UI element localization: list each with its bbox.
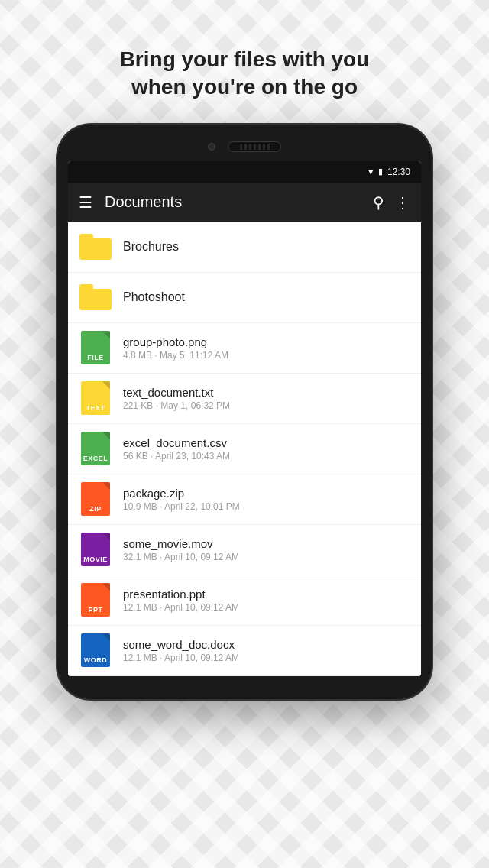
folder-icon	[79, 234, 112, 260]
file-info: some_word_doc.docx 12.1 MB · April 10, 0…	[123, 638, 410, 663]
file-icon-wrapper: ZIP	[79, 482, 112, 516]
file-info: text_document.txt 221 KB · May 1, 06:32 …	[123, 386, 410, 411]
file-icon-wrapper: Text	[79, 381, 112, 415]
file-type-label: Word	[84, 657, 108, 664]
file-type-label: File	[87, 355, 104, 361]
file-name: text_document.txt	[123, 386, 410, 399]
status-time: 12:30	[387, 167, 410, 177]
file-meta: 12.1 MB · April 10, 09:12 AM	[123, 653, 410, 663]
app-title: Documents	[105, 193, 361, 211]
folder-item[interactable]: Brochures	[68, 222, 421, 273]
file-info: group-photo.png 4.8 MB · May 5, 11:12 AM	[123, 335, 410, 361]
file-info: excel_document.csv 56 KB · April 23, 10:…	[123, 436, 410, 462]
file-type-icon: Excel	[81, 432, 110, 465]
file-list: Brochures Photoshoot File group-photo.pn…	[68, 222, 421, 676]
folder-icon-wrapper	[79, 230, 112, 264]
file-item[interactable]: PPT presentation.ppt 12.1 MB · April 10,…	[68, 575, 421, 626]
file-icon-wrapper: Movie	[79, 533, 112, 566]
folder-name: Photoshoot	[123, 290, 410, 304]
file-name: excel_document.csv	[123, 436, 410, 449]
phone-mockup: ▾ ▮ 12:30 ☰ Documents ⚲ ⋮ Br	[57, 125, 432, 699]
file-meta: 56 KB · April 23, 10:43 AM	[123, 451, 410, 462]
file-type-label: Excel	[83, 455, 108, 462]
file-name: some_movie.mov	[123, 537, 410, 550]
file-type-icon: Text	[81, 381, 110, 415]
wifi-icon: ▾	[368, 166, 374, 177]
folder-info: Photoshoot	[123, 290, 410, 304]
file-item[interactable]: Movie some_movie.mov 32.1 MB · April 10,…	[68, 525, 421, 575]
file-type-icon: ZIP	[81, 482, 110, 516]
camera-dot	[208, 143, 215, 151]
file-name: group-photo.png	[123, 335, 410, 348]
file-icon-wrapper: Word	[79, 633, 112, 667]
search-icon[interactable]: ⚲	[373, 193, 384, 212]
file-info: some_movie.mov 32.1 MB · April 10, 09:12…	[123, 537, 410, 562]
folder-info: Brochures	[123, 240, 410, 254]
folder-icon	[79, 284, 112, 310]
app-bar: ☰ Documents ⚲ ⋮	[68, 183, 421, 222]
file-type-icon: File	[81, 331, 110, 364]
page-headline: Bring your files with you when you're on…	[74, 46, 416, 102]
file-type-icon: Word	[81, 633, 110, 667]
file-info: package.zip 10.9 MB · April 22, 10:01 PM	[123, 487, 410, 512]
file-icon-wrapper: Excel	[79, 432, 112, 465]
file-type-label: Movie	[83, 556, 108, 563]
file-item[interactable]: Excel excel_document.csv 56 KB · April 2…	[68, 424, 421, 474]
folder-item[interactable]: Photoshoot	[68, 273, 421, 323]
file-type-icon: Movie	[81, 533, 110, 566]
folder-icon-wrapper	[79, 280, 112, 314]
file-info: presentation.ppt 12.1 MB · April 10, 09:…	[123, 588, 410, 613]
file-item[interactable]: Text text_document.txt 221 KB · May 1, 0…	[68, 374, 421, 424]
file-name: some_word_doc.docx	[123, 638, 410, 651]
more-options-icon[interactable]: ⋮	[395, 193, 410, 212]
speaker-grille	[228, 141, 281, 152]
file-item[interactable]: File group-photo.png 4.8 MB · May 5, 11:…	[68, 323, 421, 374]
folder-name: Brochures	[123, 240, 410, 254]
file-name: presentation.ppt	[123, 588, 410, 601]
status-bar: ▾ ▮ 12:30	[68, 161, 421, 183]
hamburger-icon[interactable]: ☰	[79, 195, 92, 210]
phone-bezel-top	[68, 138, 421, 155]
file-item[interactable]: ZIP package.zip 10.9 MB · April 22, 10:0…	[68, 474, 421, 525]
phone-screen: ▾ ▮ 12:30 ☰ Documents ⚲ ⋮ Br	[68, 161, 421, 676]
file-meta: 12.1 MB · April 10, 09:12 AM	[123, 602, 410, 613]
file-icon-wrapper: File	[79, 331, 112, 364]
file-icon-wrapper: PPT	[79, 583, 112, 617]
file-type-label: ZIP	[89, 506, 102, 513]
file-type-label: Text	[86, 405, 105, 412]
status-icons: ▾ ▮ 12:30	[368, 166, 410, 177]
file-type-label: PPT	[88, 607, 102, 614]
file-meta: 10.9 MB · April 22, 10:01 PM	[123, 501, 410, 512]
app-bar-actions: ⚲ ⋮	[373, 193, 410, 212]
file-type-icon: PPT	[81, 583, 110, 617]
file-name: package.zip	[123, 487, 410, 500]
file-item[interactable]: Word some_word_doc.docx 12.1 MB · April …	[68, 626, 421, 676]
battery-icon: ▮	[378, 167, 383, 177]
file-meta: 221 KB · May 1, 06:32 PM	[123, 400, 410, 411]
file-meta: 4.8 MB · May 5, 11:12 AM	[123, 350, 410, 361]
file-meta: 32.1 MB · April 10, 09:12 AM	[123, 552, 410, 562]
